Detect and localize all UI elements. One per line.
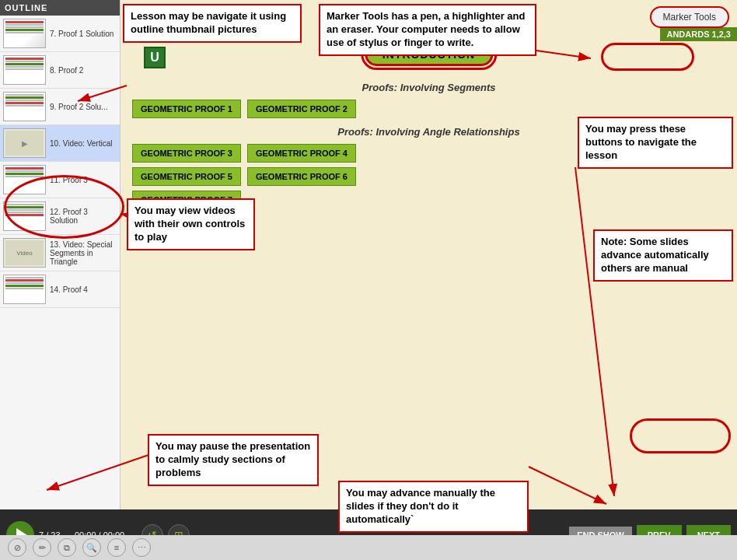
annotation-videos: You may view videos with their own contr…: [127, 198, 255, 250]
u-icon: U: [144, 47, 166, 68]
proof-btn-3[interactable]: GEOMETRIC PROOF 3: [132, 144, 241, 163]
proof-btn-6[interactable]: GEOMETRIC PROOF 6: [247, 167, 356, 186]
bottom-icon-4[interactable]: 🔍: [82, 538, 101, 557]
proof-row-1: GEOMETRIC PROOF 1 GEOMETRIC PROOF 2: [124, 100, 733, 118]
slide-label-7: 7. Proof 1 Solution: [50, 30, 114, 38]
slide-thumb-9: [3, 92, 46, 121]
sidebar-item-13[interactable]: Video 13. Video: Special Segments in Tri…: [0, 235, 120, 271]
slide-thumb-7: [3, 19, 46, 48]
annotation-pause: You may pause the presentation to calmly…: [148, 434, 319, 486]
sidebar-header: OUTLINE: [0, 0, 120, 16]
standards-banner: ANDARDS 1,2,3: [660, 27, 737, 41]
slide-label-13: 13. Video: Special Segments in Triangle: [50, 240, 117, 266]
sidebar-item-11[interactable]: 11. Proof 3: [0, 162, 120, 198]
slide-thumb-13: Video: [3, 238, 46, 268]
sidebar-item-12[interactable]: 12. Proof 3 Solution: [0, 198, 120, 235]
slide-label-8: 8. Proof 2: [50, 66, 83, 75]
slide-label-11: 11. Proof 3: [50, 176, 88, 184]
sidebar-item-9[interactable]: 9. Proof 2 Solu...: [0, 89, 120, 125]
annotation-marker: Marker Tools has a pen, a highlighter an…: [319, 4, 536, 56]
marker-tools-label[interactable]: Marker Tools: [650, 6, 729, 28]
annotation-navigate: You may press these buttons to navigate …: [578, 117, 733, 169]
slide-thumb-10: ▶: [3, 128, 46, 158]
sidebar-item-8[interactable]: 8. Proof 2: [0, 52, 120, 89]
marker-tools-area: Marker Tools: [650, 6, 729, 28]
proof-btn-4[interactable]: GEOMETRIC PROOF 4: [247, 144, 356, 163]
sidebar-item-10[interactable]: ▶ 10. Video: Vertical: [0, 125, 120, 162]
bottom-icon-6[interactable]: ⋯: [132, 538, 151, 557]
slide-label-14: 14. Proof 4: [50, 285, 88, 294]
proof-btn-5[interactable]: GEOMETRIC PROOF 5: [132, 167, 241, 186]
slide-thumb-8: [3, 55, 46, 85]
annotation-outline: Lesson may be navigate it using outline …: [123, 4, 302, 43]
annotation-advance: You may advance manually the slides if t…: [338, 481, 529, 533]
slide-label-10: 10. Video: Vertical: [50, 139, 112, 148]
bottom-icon-3[interactable]: ⧉: [58, 538, 76, 557]
slide-thumb-14: [3, 275, 46, 304]
sidebar: OUTLINE 7. Proof 1 Solution: [0, 0, 121, 509]
bottom-icon-2[interactable]: ✏: [33, 538, 51, 557]
slide-label-12: 12. Proof 3 Solution: [50, 208, 117, 225]
bottom-icon-5[interactable]: ≡: [107, 538, 126, 557]
proof-row-3: GEOMETRIC PROOF 5 GEOMETRIC PROOF 6: [124, 167, 733, 186]
bottom-icons-row: ⊘ ✏ ⧉ 🔍 ≡ ⋯: [0, 535, 737, 560]
sidebar-item-14[interactable]: 14. Proof 4: [0, 271, 120, 308]
marker-tools-circle: [601, 43, 694, 71]
bottom-icon-1[interactable]: ⊘: [8, 538, 26, 557]
slide-thumb-11: [3, 165, 46, 194]
annotation-slides: Note: Some slides advance automatically …: [593, 229, 733, 282]
main-container: OUTLINE 7. Proof 1 Solution: [0, 0, 737, 560]
section1-title: Proofs: Involving Segments: [124, 82, 733, 93]
slide-label-9: 9. Proof 2 Solu...: [50, 103, 108, 111]
slide-thumb-12: [3, 201, 46, 231]
proof-btn-2[interactable]: GEOMETRIC PROOF 2: [247, 100, 356, 118]
sidebar-item-7[interactable]: 7. Proof 1 Solution: [0, 16, 120, 52]
proof-btn-1[interactable]: GEOMETRIC PROOF 1: [132, 100, 241, 118]
